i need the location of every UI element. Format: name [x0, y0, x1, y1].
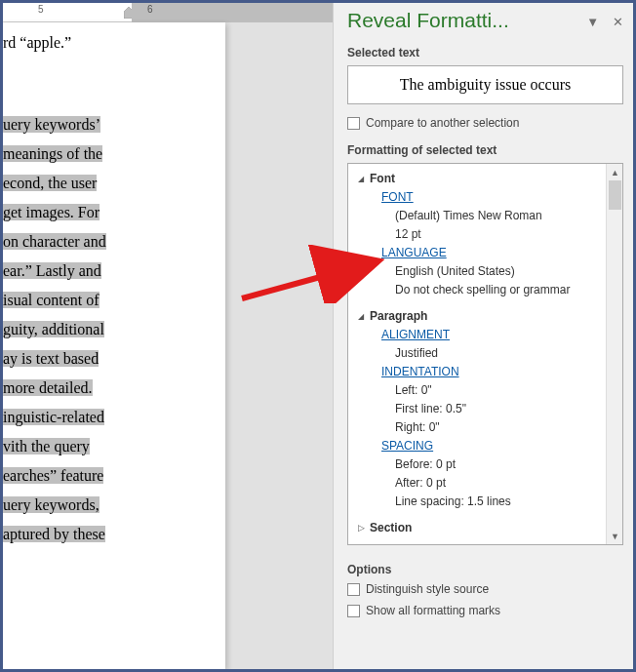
text-line: meanings of the: [3, 145, 102, 162]
indentation-link[interactable]: INDENTATION: [381, 365, 459, 378]
alignment-value: Justified: [356, 344, 618, 363]
checkbox-icon[interactable]: [347, 117, 360, 130]
ruler-outside-margin: [132, 3, 333, 22]
caret-open-icon[interactable]: [356, 307, 366, 326]
panel-menu-dropdown-icon[interactable]: ▼: [586, 15, 599, 29]
caret-open-icon[interactable]: [356, 170, 366, 188]
distinguish-label: Distinguish style source: [366, 582, 489, 596]
text-line: ear.” Lastly and: [3, 262, 101, 279]
indent-left-value: Left: 0": [356, 381, 618, 400]
text-line: ay is text based: [3, 350, 99, 367]
document-text[interactable]: rd “apple.” uery keywords’ meanings of t…: [3, 22, 225, 549]
section-group-label: Section: [370, 519, 412, 537]
reveal-formatting-panel: Reveal Formatti... ▼ ✕ Selected text The…: [333, 3, 633, 669]
ruler-mark: 5: [38, 4, 44, 15]
font-size-value: 12 pt: [356, 225, 618, 244]
indent-right-value: Right: 0": [356, 418, 618, 437]
scroll-down-icon[interactable]: ▼: [607, 528, 623, 544]
document-area: 5 6 rd “apple.” uery keywords’ meanings …: [3, 3, 333, 669]
text-line: get images. For: [3, 204, 99, 220]
font-group-label: Font: [370, 170, 395, 188]
text-line: isual content of: [3, 292, 99, 308]
distinguish-checkbox-row[interactable]: Distinguish style source: [347, 582, 623, 596]
document-page[interactable]: rd “apple.” uery keywords’ meanings of t…: [3, 22, 225, 669]
text-line: vith the query: [3, 438, 90, 455]
text-line: econd, the user: [3, 175, 97, 191]
text-line: guity, additional: [3, 321, 104, 337]
scroll-thumb[interactable]: [609, 180, 621, 210]
checkbox-icon[interactable]: [347, 605, 360, 617]
text-line: uery keywords,: [3, 496, 99, 513]
paragraph-group-label: Paragraph: [370, 307, 427, 326]
text-line: earches” feature: [3, 467, 103, 484]
tree-node-section[interactable]: Section: [356, 519, 618, 537]
formatting-label: Formatting of selected text: [347, 143, 623, 157]
spellcheck-value: Do not check spelling or grammar: [356, 281, 618, 299]
scroll-up-icon[interactable]: ▲: [607, 164, 623, 180]
selected-text-label: Selected text: [347, 46, 623, 59]
options-label: Options: [347, 563, 623, 576]
tree-node-font[interactable]: Font: [356, 170, 618, 188]
text-line: aptured by these: [3, 526, 105, 542]
horizontal-ruler[interactable]: 5 6: [3, 3, 333, 22]
text-line: more detailed.: [3, 379, 93, 396]
spacing-link[interactable]: SPACING: [381, 439, 433, 453]
text-line: rd “apple.”: [3, 28, 218, 58]
spacing-after-value: After: 0 pt: [356, 474, 618, 493]
language-value: English (United States): [356, 262, 618, 281]
scrollbar[interactable]: ▲ ▼: [606, 164, 622, 544]
selected-text-preview[interactable]: The ambiguity issue occurs: [347, 65, 623, 104]
font-value: (Default) Times New Roman: [356, 207, 618, 225]
panel-title: Reveal Formatti...: [347, 9, 509, 32]
text-line: inguistic-related: [3, 409, 104, 425]
compare-label: Compare to another selection: [366, 116, 519, 130]
compare-checkbox-row[interactable]: Compare to another selection: [347, 116, 623, 130]
font-link[interactable]: FONT: [381, 190, 414, 204]
text-line: uery keywords’: [3, 116, 100, 133]
line-spacing-value: Line spacing: 1.5 lines: [356, 493, 618, 511]
language-link[interactable]: LANGUAGE: [381, 246, 447, 259]
alignment-link[interactable]: ALIGNMENT: [381, 328, 450, 341]
show-all-label: Show all formatting marks: [366, 604, 500, 617]
tree-node-paragraph[interactable]: Paragraph: [356, 307, 618, 326]
caret-closed-icon[interactable]: [356, 519, 366, 537]
ruler-mark: 6: [147, 4, 153, 15]
formatting-tree: Font FONT (Default) Times New Roman 12 p…: [347, 163, 623, 545]
close-icon[interactable]: ✕: [613, 15, 623, 29]
show-all-checkbox-row[interactable]: Show all formatting marks: [347, 604, 623, 617]
panel-header: Reveal Formatti... ▼ ✕: [347, 9, 623, 40]
indent-first-value: First line: 0.5": [356, 400, 618, 418]
spacing-before-value: Before: 0 pt: [356, 455, 618, 474]
checkbox-icon[interactable]: [347, 583, 360, 596]
text-line: on character and: [3, 233, 106, 250]
